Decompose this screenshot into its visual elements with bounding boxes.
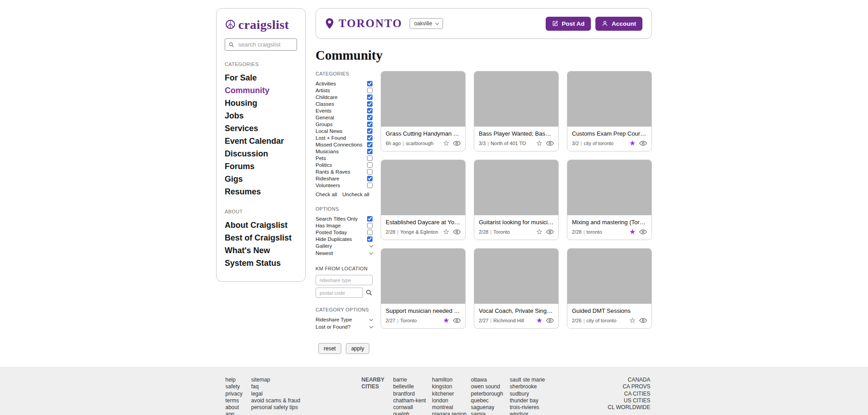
sidebar-item-for-sale[interactable]: For Sale [225,71,297,84]
option-checkbox[interactable] [367,223,373,228]
city-link[interactable]: barrie [393,377,432,383]
listing-title[interactable]: Support musician needed for... [386,307,461,314]
footer-link-terms[interactable]: terms [226,397,251,404]
category-checkbox[interactable] [367,94,373,100]
eye-icon[interactable] [453,318,461,323]
city-link[interactable]: hamilton [432,377,471,383]
category-checkbox[interactable] [367,88,373,93]
favorite-star-icon[interactable] [536,228,542,236]
region-link-canada[interactable]: CANADA [608,377,650,383]
post-ad-button[interactable]: Post Ad [546,17,591,31]
city-link[interactable]: ottawa [471,377,510,383]
favorite-star-icon[interactable] [629,317,636,324]
footer-link-privacy[interactable]: privacy [226,391,251,397]
city-link[interactable]: london [432,397,471,404]
city-link[interactable]: sarnia [471,411,510,415]
favorite-star-icon[interactable] [443,140,449,147]
listing-title[interactable]: Customs Exam Prep Course t... [572,130,647,137]
listing-card[interactable]: Established Daycare at Yong... 2/28|Yong… [381,160,466,240]
listing-title[interactable]: Established Daycare at Yong... [386,219,461,226]
eye-icon[interactable] [639,141,647,146]
account-button[interactable]: Account [595,17,642,31]
listing-title[interactable]: Grass Cutting Handyman Re... [386,130,461,137]
city-link[interactable]: cornwall [393,404,432,411]
sidebar-item-system-status[interactable]: System Status [225,257,297,269]
eye-icon[interactable] [546,318,554,323]
category-checkbox[interactable] [367,176,373,181]
city-link[interactable]: belleville [393,383,432,390]
sidebar-item-community[interactable]: Community [225,84,297,97]
sidebar-item-gigs[interactable]: Gigs [225,173,297,185]
lost-or-found-dropdown[interactable]: Lost or Found? [316,323,373,330]
eye-icon[interactable] [639,318,647,323]
favorite-star-icon[interactable] [629,228,636,236]
sidebar-item-discussion-forums[interactable]: Discussion Forums [225,147,297,173]
eye-icon[interactable] [546,229,554,235]
search-input[interactable] [237,41,293,48]
category-checkbox[interactable] [367,101,373,107]
check-all-link[interactable]: Check all [316,192,337,197]
city-link[interactable]: sherbrooke [510,383,549,390]
reset-button[interactable]: reset [318,343,341,354]
listing-card[interactable]: Grass Cutting Handyman Re... 6h ago|scar… [381,71,466,151]
region-link-us-cities[interactable]: US CITIES [608,397,650,404]
city-link[interactable]: montreal [432,404,471,411]
search-box[interactable] [225,38,297,51]
category-checkbox[interactable] [367,115,373,120]
footer-link-faq[interactable]: faq [251,383,328,390]
listing-card[interactable]: Support musician needed for... 2/27|Toro… [381,248,466,329]
listing-title[interactable]: Guitarist looking for musician... [479,219,554,226]
category-checkbox[interactable] [367,81,373,86]
city-link[interactable]: peterborough [471,391,510,397]
listing-title[interactable]: Guided DMT Sessions [572,307,647,314]
listing-card[interactable]: Customs Exam Prep Course t... 3/2|city o… [567,71,652,151]
city-link[interactable]: brantford [393,391,432,397]
region-link-ca-provs[interactable]: CA PROVS [608,383,650,390]
footer-link-sitemap[interactable]: sitemap [251,377,328,383]
eye-icon[interactable] [639,229,647,235]
sidebar-item-housing[interactable]: Housing [225,97,297,109]
city-link[interactable]: guelph [393,411,432,415]
favorite-star-icon[interactable] [536,140,542,147]
sidebar-item-resumes[interactable]: Resumes [225,185,297,198]
region-link-ca-cities[interactable]: CA CITIES [608,391,650,397]
region-link-cl-worldwide[interactable]: CL WORLDWIDE [608,404,650,411]
footer-link-avoid-scams[interactable]: avoid scams & fraud [251,397,328,404]
option-checkbox[interactable] [367,236,373,242]
city-link[interactable]: windsor [510,411,549,415]
sidebar-item-event-calendar[interactable]: Event Calendar [225,135,297,147]
listing-card[interactable]: Vocal Coach, Private Singing... 2/27|Ric… [474,248,559,329]
option-checkbox[interactable] [367,230,373,235]
category-checkbox[interactable] [367,135,373,141]
rideshare-type-dropdown[interactable]: Rideshare Type [316,316,373,323]
category-checkbox[interactable] [367,122,373,127]
category-checkbox[interactable] [367,183,373,188]
city-link[interactable]: thunder bay [510,397,549,404]
city-link[interactable]: chatham-kent [393,397,432,404]
listing-title[interactable]: Mixing and mastering (Toronto) [572,219,647,226]
rideshare-type-input[interactable] [316,275,373,285]
listing-title[interactable]: Bass Player Wanted; Bassist... [479,130,554,137]
favorite-star-icon[interactable] [536,317,542,324]
eye-icon[interactable] [546,141,554,146]
listing-title[interactable]: Vocal Coach, Private Singing... [479,307,554,314]
sidebar-item-whats-new[interactable]: What's New [225,244,297,257]
listing-card[interactable]: Mixing and mastering (Toronto) 2/28|toro… [567,160,652,240]
favorite-star-icon[interactable] [443,228,449,236]
option-checkbox[interactable] [367,216,373,222]
city-link[interactable]: owen sound [471,383,510,390]
search-icon[interactable] [366,289,373,296]
sidebar-item-jobs[interactable]: Jobs [225,109,297,122]
postal-code-input[interactable] [316,288,363,298]
category-checkbox[interactable] [367,142,373,147]
footer-link-app[interactable]: app [226,411,251,415]
eye-icon[interactable] [453,141,461,146]
sidebar-item-best-of-craigslist[interactable]: Best of Craigslist [225,231,297,244]
listing-card[interactable]: Bass Player Wanted; Bassist... 3/3|North… [474,71,559,151]
footer-link-about[interactable]: about [226,404,251,411]
sort-dropdown[interactable]: Newest [316,250,373,257]
apply-button[interactable]: apply [346,343,370,354]
craigslist-logo[interactable]: ☮ craigslist [225,18,297,32]
city-link[interactable]: sudbury [510,391,549,397]
city-link[interactable]: niagara region [432,411,471,415]
